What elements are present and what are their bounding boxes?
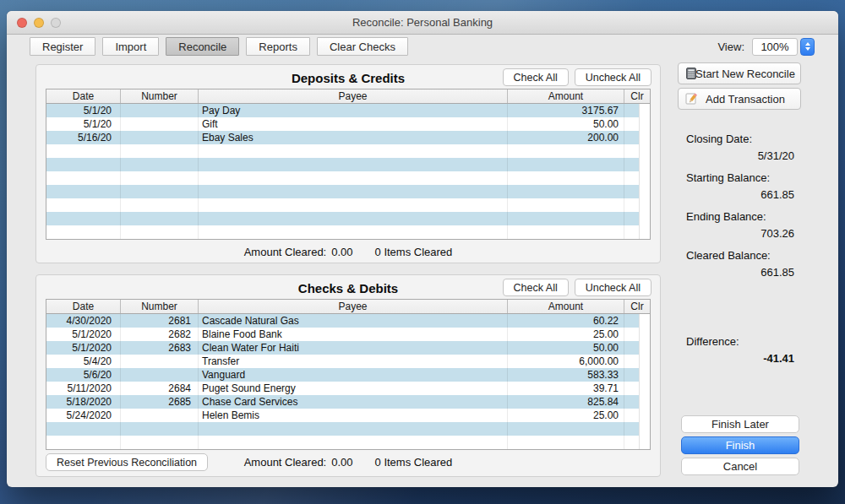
cell-payee	[199, 171, 508, 185]
view-zoom-field[interactable]: 100%	[752, 38, 798, 56]
cell-clr-checkbox[interactable]	[624, 422, 639, 436]
cell-payee: Blaine Food Bank	[199, 328, 508, 341]
table-row[interactable]	[46, 185, 650, 198]
cell-date: 5/24/2020	[46, 409, 121, 422]
reconcile-button[interactable]: Reconcile	[166, 37, 239, 56]
column-header-amount[interactable]: Amount	[508, 300, 624, 313]
table-row[interactable]: 5/1/20Gift50.00	[46, 117, 650, 131]
cell-amount	[508, 158, 624, 171]
reports-button[interactable]: Reports	[246, 37, 310, 56]
table-row[interactable]: 5/1/20Pay Day3175.67	[46, 104, 650, 117]
table-row[interactable]: 5/4/20Transfer6,000.00	[46, 355, 650, 368]
checks-uncheck-all-button[interactable]: Uncheck All	[575, 279, 651, 296]
table-row[interactable]	[46, 436, 650, 449]
cell-number	[121, 131, 199, 144]
scrollbar-track[interactable]	[639, 131, 650, 144]
cell-clr-checkbox[interactable]	[624, 395, 639, 409]
scrollbar-track[interactable]	[639, 382, 650, 395]
checks-check-all-button[interactable]: Check All	[503, 279, 569, 296]
scrollbar-track[interactable]	[639, 395, 650, 409]
scrollbar-track[interactable]	[639, 355, 650, 368]
table-row[interactable]: 5/18/20202685Chase Card Services825.84	[46, 395, 650, 409]
finish-button[interactable]: Finish	[681, 436, 799, 454]
close-button-icon[interactable]	[17, 18, 27, 28]
deposits-check-all-button[interactable]: Check All	[503, 68, 569, 86]
add-transaction-button[interactable]: Add Transaction	[678, 88, 801, 110]
table-row[interactable]	[46, 212, 650, 225]
table-row[interactable]: 5/24/2020Helen Bemis25.00	[46, 409, 650, 422]
table-row[interactable]: 5/11/20202684Puget Sound Energy39.71	[46, 382, 650, 395]
cell-number: 2685	[121, 395, 199, 409]
titlebar[interactable]: Reconcile: Personal Banking	[7, 11, 838, 35]
column-header-number[interactable]: Number	[121, 89, 199, 103]
scrollbar-track[interactable]	[639, 341, 650, 355]
reset-previous-reconciliation-button[interactable]: Reset Previous Reconciliation	[46, 453, 208, 471]
column-header-amount[interactable]: Amount	[508, 89, 624, 103]
column-header-clr[interactable]: Clr	[624, 300, 650, 313]
cell-amount: 6,000.00	[508, 355, 624, 368]
cell-clr-checkbox[interactable]	[624, 382, 639, 395]
minimize-button-icon[interactable]	[34, 18, 44, 28]
deposits-uncheck-all-button[interactable]: Uncheck All	[575, 68, 651, 86]
table-row[interactable]	[46, 158, 650, 171]
cell-clr-checkbox[interactable]	[624, 409, 639, 422]
start-new-reconcile-button[interactable]: Start New Reconcile	[678, 62, 801, 84]
cell-payee: Clean Water For Haiti	[199, 341, 508, 355]
scrollbar-track[interactable]	[639, 422, 650, 436]
column-header-number[interactable]: Number	[121, 300, 199, 313]
column-header-date[interactable]: Date	[46, 300, 121, 313]
table-row[interactable]	[46, 198, 650, 212]
amount-cleared-label: Amount Cleared:	[244, 246, 327, 258]
cell-clr-checkbox[interactable]	[624, 198, 639, 212]
table-row[interactable]: 5/1/20202682Blaine Food Bank25.00	[46, 328, 650, 341]
cell-clr-checkbox[interactable]	[624, 355, 639, 368]
scrollbar-track[interactable]	[639, 314, 650, 328]
cell-clr-checkbox[interactable]	[624, 117, 639, 131]
cell-clr-checkbox[interactable]	[624, 328, 639, 341]
table-row[interactable]: 4/30/20202681Cascade Natural Gas60.22	[46, 314, 650, 328]
cell-clr-checkbox[interactable]	[624, 212, 639, 225]
scrollbar-track[interactable]	[639, 436, 650, 449]
scrollbar-track[interactable]	[639, 198, 650, 212]
cell-clr-checkbox[interactable]	[624, 158, 639, 171]
cell-clr-checkbox[interactable]	[624, 171, 639, 185]
table-row[interactable]	[46, 225, 650, 239]
scrollbar-track[interactable]	[639, 409, 650, 422]
cell-date	[46, 198, 121, 212]
scrollbar-track[interactable]	[639, 171, 650, 185]
scrollbar-track[interactable]	[639, 368, 650, 382]
scrollbar-track[interactable]	[639, 117, 650, 131]
table-row[interactable]: 5/16/20Ebay Sales200.00	[46, 131, 650, 144]
table-row[interactable]: 5/1/20202683Clean Water For Haiti50.00	[46, 341, 650, 355]
scrollbar-track[interactable]	[639, 185, 650, 198]
table-row[interactable]	[46, 144, 650, 158]
cell-clr-checkbox[interactable]	[624, 131, 639, 144]
column-header-payee[interactable]: Payee	[199, 89, 508, 103]
register-button[interactable]: Register	[30, 37, 95, 56]
cell-clr-checkbox[interactable]	[624, 341, 639, 355]
column-header-date[interactable]: Date	[46, 89, 121, 103]
import-button[interactable]: Import	[102, 37, 159, 56]
clear-checks-button[interactable]: Clear Checks	[317, 37, 408, 56]
column-header-payee[interactable]: Payee	[199, 300, 508, 313]
scrollbar-track[interactable]	[639, 104, 650, 117]
cancel-button[interactable]: Cancel	[681, 458, 799, 475]
finish-later-button[interactable]: Finish Later	[681, 415, 799, 433]
cell-clr-checkbox[interactable]	[624, 144, 639, 158]
cell-clr-checkbox[interactable]	[624, 368, 639, 382]
table-row[interactable]	[46, 171, 650, 185]
scrollbar-track[interactable]	[639, 158, 650, 171]
table-row[interactable]	[46, 422, 650, 436]
scrollbar-track[interactable]	[639, 225, 650, 239]
cell-clr-checkbox[interactable]	[624, 104, 639, 117]
cell-clr-checkbox[interactable]	[624, 225, 639, 239]
cell-clr-checkbox[interactable]	[624, 436, 639, 449]
scrollbar-track[interactable]	[639, 144, 650, 158]
column-header-clr[interactable]: Clr	[624, 89, 650, 103]
table-row[interactable]: 5/6/20Vanguard583.33	[46, 368, 650, 382]
scrollbar-track[interactable]	[639, 212, 650, 225]
scrollbar-track[interactable]	[639, 328, 650, 341]
view-stepper[interactable]	[800, 38, 815, 56]
cell-clr-checkbox[interactable]	[624, 314, 639, 328]
cell-clr-checkbox[interactable]	[624, 185, 639, 198]
